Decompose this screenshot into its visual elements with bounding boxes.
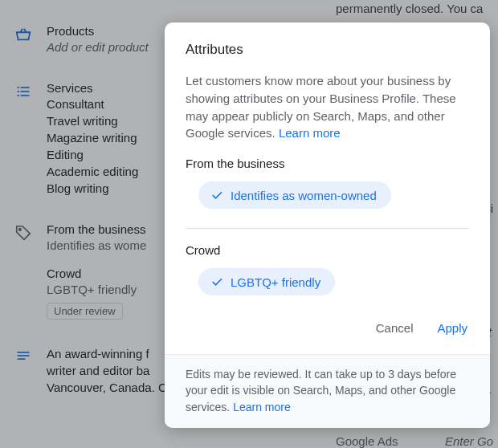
apply-button[interactable]: Apply [435,318,469,338]
modal-actions: Cancel Apply [165,295,490,354]
chip-label: LGBTQ+ friendly [231,275,320,289]
check-icon [210,188,224,202]
learn-more-link[interactable]: Learn more [279,126,341,140]
footer-learn-more-link[interactable]: Learn more [233,401,291,413]
footer-text: Edits may be reviewed. It can take up to… [186,368,456,413]
attributes-modal: Attributes Let customers know more about… [165,22,490,428]
chip-label: Identifies as women-owned [231,189,377,202]
chip-lgbtq-friendly[interactable]: LGBTQ+ friendly [198,268,335,295]
cancel-button[interactable]: Cancel [374,318,415,338]
chip-women-owned[interactable]: Identifies as women-owned [198,181,391,209]
modal-title: Attributes [186,42,469,58]
check-icon [210,275,224,289]
divider [186,228,469,229]
modal-footer: Edits may be reviewed. It can take up to… [165,354,490,428]
modal-description: Let customers know more about your busin… [186,72,469,142]
group-title-from-business: From the business [186,157,469,170]
group-title-crowd: Crowd [186,243,469,257]
